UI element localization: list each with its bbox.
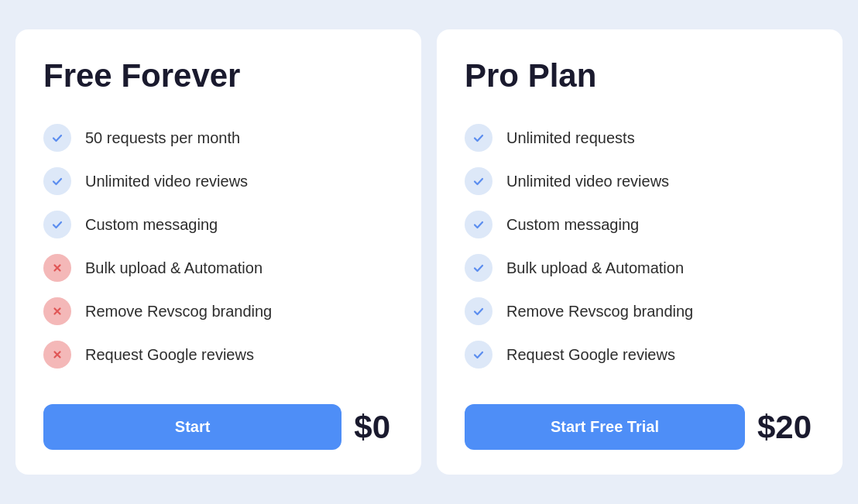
- feature-label: Request Google reviews: [506, 346, 675, 364]
- list-item: Remove Revscog branding: [43, 290, 393, 333]
- list-item: Bulk upload & Automation: [465, 246, 815, 290]
- feature-label: Unlimited video reviews: [85, 173, 248, 190]
- list-item: Unlimited video reviews: [43, 159, 393, 203]
- free-button[interactable]: Start: [43, 404, 341, 450]
- list-item: Custom messaging: [43, 203, 393, 246]
- feature-label: Bulk upload & Automation: [85, 259, 263, 277]
- plan-price-pro: $20: [757, 409, 815, 446]
- plan-title-free: Free Forever: [43, 57, 393, 94]
- list-item: Remove Revscog branding: [465, 290, 815, 333]
- list-item: Custom messaging: [465, 203, 815, 246]
- features-list-pro: Unlimited requests Unlimited video revie…: [465, 116, 815, 376]
- feature-label: Request Google reviews: [85, 346, 254, 364]
- cross-icon: [43, 297, 71, 325]
- feature-label: Custom messaging: [85, 216, 218, 234]
- feature-label: Custom messaging: [506, 216, 639, 234]
- cross-icon: [43, 254, 71, 282]
- features-list-free: 50 requests per month Unlimited video re…: [43, 116, 393, 376]
- plan-card-free: Free Forever 50 requests per month Unlim…: [15, 29, 421, 475]
- check-icon: [43, 167, 71, 195]
- check-icon: [465, 341, 492, 369]
- cross-icon: [43, 341, 71, 369]
- feature-label: Remove Revscog branding: [506, 303, 693, 321]
- check-icon: [465, 254, 492, 282]
- check-icon: [465, 211, 492, 238]
- pro-button[interactable]: Start Free Trial: [465, 404, 745, 450]
- plan-card-pro: Pro Plan Unlimited requests Unlimited vi…: [437, 29, 843, 475]
- plan-title-pro: Pro Plan: [465, 57, 815, 94]
- list-item: Request Google reviews: [465, 333, 815, 376]
- list-item: 50 requests per month: [43, 116, 393, 159]
- feature-label: Bulk upload & Automation: [506, 259, 684, 277]
- feature-label: Unlimited video reviews: [506, 173, 669, 190]
- feature-label: Remove Revscog branding: [85, 303, 272, 321]
- plans-container: Free Forever 50 requests per month Unlim…: [0, 14, 858, 490]
- plan-footer-pro: Start Free Trial$20: [465, 404, 815, 450]
- check-icon: [43, 124, 71, 152]
- plan-price-free: $0: [354, 409, 393, 446]
- list-item: Unlimited requests: [465, 116, 815, 159]
- list-item: Request Google reviews: [43, 333, 393, 376]
- feature-label: Unlimited requests: [506, 129, 635, 147]
- check-icon: [43, 211, 71, 238]
- list-item: Unlimited video reviews: [465, 159, 815, 203]
- check-icon: [465, 167, 492, 195]
- check-icon: [465, 124, 492, 152]
- list-item: Bulk upload & Automation: [43, 246, 393, 290]
- plan-footer-free: Start$0: [43, 404, 393, 450]
- check-icon: [465, 297, 492, 325]
- feature-label: 50 requests per month: [85, 129, 240, 147]
